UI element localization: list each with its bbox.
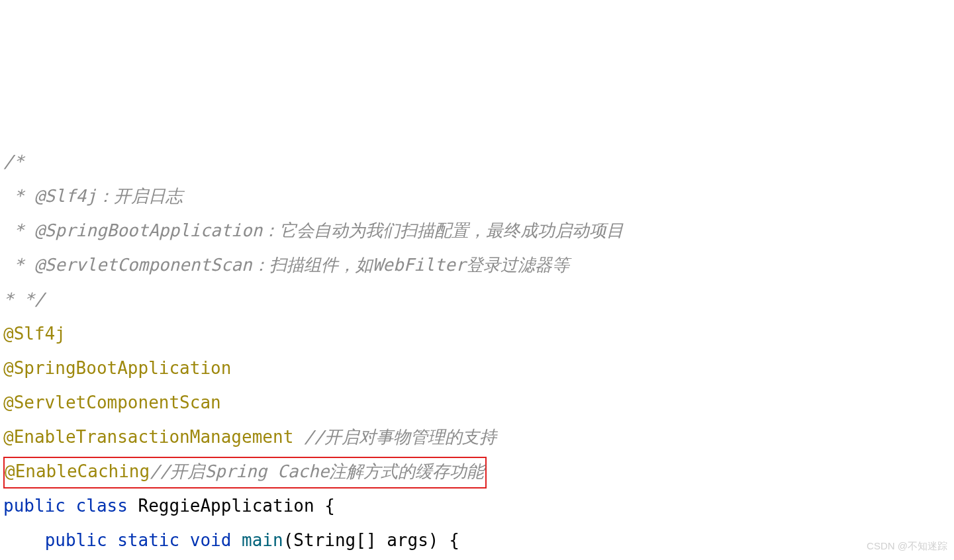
keyword-public: public — [3, 496, 66, 516]
indent — [3, 530, 45, 550]
annotation-springbootapp: @SpringBootApplication — [3, 358, 231, 378]
keyword-static: static — [117, 530, 179, 550]
annotation-slf4j: @Slf4j — [3, 324, 66, 344]
keyword-void: void — [190, 530, 232, 550]
highlight-enablecaching: @EnableCaching//开启Spring Cache注解方式的缓存功能 — [3, 457, 487, 489]
comment-close: * */ — [3, 289, 45, 309]
code-block: /* * @Slf4j：开启日志 * @SpringBootApplicatio… — [3, 144, 951, 560]
comment-line-springboot: * @SpringBootApplication：它会自动为我们扫描配置，最终成… — [3, 220, 624, 240]
comment-line-slf4j: * @Slf4j：开启日志 — [3, 186, 183, 206]
keyword-class: class — [76, 496, 128, 516]
method-main: main — [242, 530, 283, 550]
comment-open: /* — [3, 152, 24, 171]
keyword-public-inner: public — [45, 530, 107, 550]
annotation-enablecaching: @EnableCaching — [5, 461, 150, 481]
comment-line-servletscan: * @ServletComponentScan：扫描组件，如WebFilter登… — [3, 255, 569, 275]
annotation-enabletransaction: @EnableTransactionManagement — [3, 427, 293, 447]
class-name: ReggieApplication — [138, 496, 314, 516]
watermark: CSDN @不知迷踪 — [867, 536, 947, 556]
comment-caching: //开启Spring Cache注解方式的缓存功能 — [150, 461, 484, 481]
comment-transaction: //开启对事物管理的支持 — [293, 427, 497, 447]
brace-open: { — [314, 496, 335, 516]
main-params: (String[] args) { — [283, 530, 459, 550]
annotation-servletcomponentscan: @ServletComponentScan — [3, 393, 221, 412]
